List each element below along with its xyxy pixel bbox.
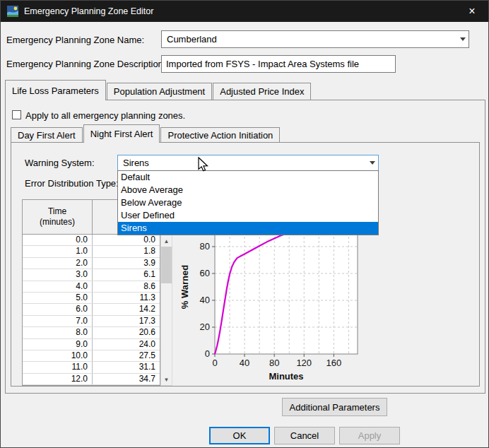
cell-time: 10.0 <box>23 350 93 361</box>
cell-time: 1.0 <box>23 246 93 257</box>
cell-time: 9.0 <box>23 339 93 350</box>
scrollbar-track[interactable] <box>161 247 172 374</box>
additional-parameters-button[interactable]: Additional Parameters <box>282 398 387 416</box>
chevron-down-icon <box>456 31 469 47</box>
svg-text:80: 80 <box>200 241 210 252</box>
table-row[interactable]: 10.027.5 <box>23 350 160 362</box>
svg-text:0: 0 <box>205 348 210 359</box>
apply-button: Apply <box>339 427 400 444</box>
table-row[interactable]: 0.00.0 <box>23 235 160 246</box>
cell-percent: 3.9 <box>93 258 160 269</box>
table-row[interactable]: 11.031.1 <box>23 362 160 373</box>
svg-text:120: 120 <box>296 358 312 368</box>
table-row[interactable]: 12.034.7 <box>23 374 160 385</box>
dropdown-option-sirens[interactable]: Sirens <box>118 222 378 235</box>
zone-description-input[interactable] <box>161 55 396 73</box>
table-row[interactable]: 9.024.0 <box>23 339 160 350</box>
warning-system-dropdown: DefaultAbove AverageBelow AverageUser De… <box>117 170 379 235</box>
zone-name-value: Cumberland <box>162 34 456 45</box>
cell-percent: 14.2 <box>93 304 160 314</box>
cell-percent: 17.3 <box>93 316 160 326</box>
table-scrollbar[interactable]: ▲ ▼ <box>160 235 172 386</box>
cell-percent: 27.5 <box>93 350 160 361</box>
table-row[interactable]: 6.014.2 <box>23 304 160 315</box>
cell-percent: 11.3 <box>93 293 160 303</box>
table-row[interactable]: 1.01.8 <box>23 246 160 257</box>
svg-text:160: 160 <box>326 358 341 368</box>
time-column-header: Time (minutes) <box>23 200 93 234</box>
cell-time: 7.0 <box>23 316 93 326</box>
cell-time: 5.0 <box>23 293 93 303</box>
cell-percent: 24.0 <box>93 339 160 350</box>
error-distribution-type-label: Error Distribution Type: <box>25 178 119 189</box>
cell-time: 2.0 <box>23 258 93 269</box>
cell-time: 0.0 <box>23 235 93 245</box>
warning-table-body: 0.00.01.01.82.03.93.06.14.08.65.011.36.0… <box>22 235 160 386</box>
svg-text:% Warned: % Warned <box>179 265 190 309</box>
svg-text:80: 80 <box>269 358 279 368</box>
zone-name-combobox[interactable]: Cumberland <box>161 30 469 48</box>
dropdown-option-default[interactable]: Default <box>118 171 378 184</box>
zone-description-label: Emergency Planning Zone Description: <box>6 59 165 69</box>
table-row[interactable]: 3.06.1 <box>23 269 160 281</box>
close-button[interactable]: × <box>456 1 488 22</box>
tab-adjusted-price-index[interactable]: Adjusted Price Index <box>213 83 311 100</box>
tab-population-adjustment[interactable]: Population Adjustment <box>107 83 212 100</box>
mouse-cursor <box>196 156 210 173</box>
window-title: Emergency Planning Zone Editor <box>24 6 456 16</box>
table-row[interactable]: 8.020.6 <box>23 327 160 338</box>
svg-text:60: 60 <box>200 268 210 278</box>
cell-time: 8.0 <box>23 327 93 338</box>
cell-time: 6.0 <box>23 304 93 314</box>
subtab-night-first-alert[interactable]: Night First Alert <box>83 124 160 143</box>
scroll-down-button[interactable]: ▼ <box>161 374 172 385</box>
table-row[interactable]: 2.03.9 <box>23 258 160 269</box>
svg-text:Minutes: Minutes <box>269 371 303 382</box>
cell-percent: 0.0 <box>93 235 160 245</box>
cell-percent: 34.7 <box>93 374 160 384</box>
svg-text:20: 20 <box>200 322 210 332</box>
cell-time: 4.0 <box>23 281 93 292</box>
warning-system-label: Warning System: <box>25 158 95 168</box>
app-icon <box>7 6 18 17</box>
apply-all-zones-checkbox[interactable] <box>12 110 21 119</box>
svg-text:40: 40 <box>200 295 210 305</box>
cell-time: 3.0 <box>23 269 93 280</box>
subtab-protective-action-initiation[interactable]: Protective Action Initiation <box>160 127 280 142</box>
cell-percent: 31.1 <box>93 362 160 372</box>
zone-name-label: Emergency Planning Zone Name: <box>6 35 144 45</box>
tab-life-loss-parameters[interactable]: Life Loss Parameters <box>5 80 106 100</box>
main-tabstrip: Life Loss ParametersPopulation Adjustmen… <box>5 80 312 100</box>
cell-time: 11.0 <box>23 362 93 372</box>
title-bar: Emergency Planning Zone Editor × <box>1 1 488 22</box>
cell-percent: 20.6 <box>93 327 160 338</box>
sub-tabstrip: Day First AlertNight First AlertProtecti… <box>11 124 281 143</box>
table-row[interactable]: 5.011.3 <box>23 293 160 304</box>
scroll-down-icon: ▼ <box>164 377 170 383</box>
table-row[interactable]: 7.017.3 <box>23 316 160 327</box>
close-icon: × <box>469 6 475 17</box>
subtab-day-first-alert[interactable]: Day First Alert <box>11 127 83 142</box>
scroll-up-icon: ▲ <box>164 238 170 244</box>
dropdown-option-user-defined[interactable]: User Defined <box>118 209 378 222</box>
dropdown-option-below-average[interactable]: Below Average <box>118 196 378 209</box>
cell-percent: 1.8 <box>93 246 160 257</box>
cell-percent: 8.6 <box>93 281 160 292</box>
dropdown-option-above-average[interactable]: Above Average <box>118 184 378 196</box>
cancel-button[interactable]: Cancel <box>274 427 335 444</box>
ok-button[interactable]: OK <box>209 427 270 444</box>
table-row[interactable]: 4.08.6 <box>23 281 160 293</box>
scrollbar-thumb[interactable] <box>161 247 172 283</box>
apply-all-zones-label: Apply to all emergency planning zones. <box>25 110 185 121</box>
svg-text:40: 40 <box>240 358 249 368</box>
scroll-up-button[interactable]: ▲ <box>161 235 172 247</box>
emergency-planning-zone-editor-window: Emergency Planning Zone Editor × Emergen… <box>0 0 489 448</box>
svg-text:0: 0 <box>212 358 217 368</box>
cell-time: 12.0 <box>23 374 93 384</box>
cell-percent: 6.1 <box>93 269 160 280</box>
